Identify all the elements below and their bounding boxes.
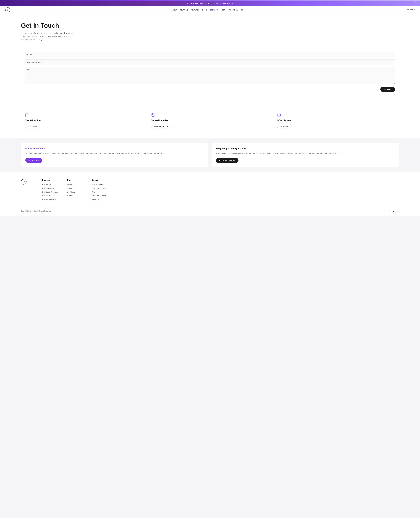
email-input[interactable] [25, 59, 395, 65]
card-inquiries-title: General Inquiries [151, 119, 269, 122]
nav-links: ABOUT FEATURE FEATURES BLOG CONTACT SHOP… [172, 9, 244, 11]
page-title: Get In Touch [21, 22, 399, 29]
docs-card: Divi Documentation Vitae consequat augue… [21, 143, 208, 167]
contact-cards: Chat With a Pro LIVE CHAT General Inquir… [0, 104, 420, 138]
nav-about[interactable]: ABOUT [172, 9, 177, 11]
view-docs-button[interactable]: VIEW DOCS [25, 158, 42, 163]
nav-features[interactable]: FEATURES [191, 9, 199, 11]
name-input[interactable] [25, 52, 395, 57]
footer-products-list: Divi Builder Divi Commerce Divi Cart & C… [42, 183, 59, 201]
faq-card-title: Frequently Asked Questions [216, 147, 395, 150]
name-field-wrapper [25, 52, 395, 57]
footer-divi-builder[interactable]: Divi Builder [42, 184, 51, 186]
contact-form-wrapper: SUBMIT [0, 48, 420, 104]
email-icon-wrapper [277, 113, 395, 117]
footer-support-heading: Support [92, 179, 109, 181]
footer-bottom: Copyright © 2023 Divi. All Rights Reserv… [21, 207, 399, 212]
form-submit-area: SUBMIT [25, 87, 395, 92]
footer-live-chat[interactable]: Live Chat Support [92, 195, 106, 197]
footer-faq[interactable]: FAQ [92, 191, 96, 193]
card-chat-title: Chat With a Pro [25, 119, 143, 122]
question-icon [151, 113, 155, 117]
footer-email-us[interactable]: Email Us [92, 198, 99, 200]
faq-card: Frequently Asked Questions In non pulvin… [212, 143, 399, 167]
x-twitter-icon[interactable] [392, 210, 395, 212]
message-field-wrapper [25, 67, 395, 84]
talk-to-sales-button[interactable]: TALK TO SALES [151, 124, 171, 129]
contact-card-email: info@divi.com EMAIL US [273, 109, 399, 132]
footer-logo[interactable]: D [21, 179, 27, 184]
question-icon-wrapper [151, 113, 269, 117]
nav-feature[interactable]: FEATURE [180, 9, 188, 11]
docs-card-title: Divi Documentation [25, 147, 204, 150]
chat-icon-wrapper [25, 113, 143, 117]
footer-divi-heading: Divi [67, 179, 84, 181]
nav-contact[interactable]: CONTACT [210, 9, 218, 11]
submit-button[interactable]: SUBMIT [380, 87, 395, 92]
email-icon [277, 113, 281, 117]
contact-form: SUBMIT [21, 48, 399, 96]
footer-quick-setup[interactable]: Quick Setup Guide [92, 187, 106, 189]
nav-shop[interactable]: SHOP [221, 9, 226, 11]
hero-section: Get In Touch Lorem ipsum dolor sit amet,… [0, 14, 420, 48]
main-nav: D ABOUT FEATURE FEATURES BLOG CONTACT SH… [0, 6, 420, 14]
banner-link[interactable]: SHOP THE BLACK FRIDAY SALE AND SAVE BIG! [188, 2, 233, 5]
footer: D Products Divi Builder Divi Commerce Di… [0, 172, 420, 216]
instagram-icon[interactable] [397, 210, 399, 212]
chat-icon [25, 113, 29, 117]
footer-our-team[interactable]: Our Team [67, 191, 75, 193]
nav-blog[interactable]: BLOG [202, 9, 207, 11]
footer-copyright: Copyright © 2023 Divi. All Rights Reserv… [21, 210, 52, 212]
browse-forums-button[interactable]: BROWSE FORUMS [216, 158, 239, 163]
footer-divi-commerce[interactable]: Divi Commerce [42, 187, 54, 189]
footer-col-products: Products Divi Builder Divi Commerce Divi… [42, 179, 59, 202]
svg-point-0 [406, 10, 406, 11]
info-cards: Divi Documentation Vitae consequat augue… [0, 138, 420, 172]
footer-about[interactable]: About [67, 184, 72, 186]
faq-card-description: In non pulvinar purus. Curabitur nisi od… [216, 152, 395, 155]
footer-contact[interactable]: Contact [67, 195, 73, 197]
footer-divi-cart[interactable]: Divi Cart & Checkout [42, 191, 58, 193]
contact-card-chat: Chat With a Pro LIVE CHAT [21, 109, 147, 132]
nav-theme-builder[interactable]: THEME BUILDER [229, 9, 244, 11]
footer-social [388, 210, 399, 212]
footer-products-heading: Products [42, 179, 59, 181]
svg-point-2 [151, 114, 154, 117]
contact-card-inquiries: General Inquiries TALK TO SALES [147, 109, 273, 132]
hero-description: Lorem ipsum dolor sit amet, consectetur … [21, 32, 76, 41]
svg-rect-4 [397, 210, 399, 212]
footer-columns: Products Divi Builder Divi Commerce Divi… [42, 179, 399, 202]
email-us-button[interactable]: EMAIL US [277, 124, 292, 129]
cart-label: 0 ITEMS [408, 9, 415, 11]
email-field-wrapper [25, 59, 395, 65]
footer-support-list: Documentation Quick Setup Guide FAQ Live… [92, 183, 109, 201]
footer-col-support: Support Documentation Quick Setup Guide … [92, 179, 109, 202]
live-chat-button[interactable]: LIVE CHAT [25, 124, 40, 129]
cart-icon [405, 9, 407, 11]
footer-col-divi: Divi About Careers Our Team Contact [67, 179, 84, 202]
footer-top: D Products Divi Builder Divi Commerce Di… [21, 179, 399, 202]
facebook-icon[interactable] [388, 210, 390, 212]
footer-divi-list: About Careers Our Team Contact [67, 183, 84, 197]
footer-divi-memberships[interactable]: Divi Memberships [42, 198, 56, 200]
footer-documentation[interactable]: Documentation [92, 184, 104, 186]
footer-divi-social[interactable]: Divi Social [42, 195, 50, 197]
banner-products: products [413, 1, 419, 4]
nav-cart[interactable]: 0 ITEMS [405, 9, 415, 11]
nav-logo[interactable]: D [5, 7, 10, 12]
card-email-title: info@divi.com [277, 119, 395, 122]
docs-card-description: Vitae consequat augue. Vivamus eget dolo… [25, 152, 204, 155]
top-banner: SHOP THE BLACK FRIDAY SALE AND SAVE BIG!… [0, 1, 420, 6]
message-input[interactable] [25, 67, 395, 84]
footer-careers[interactable]: Careers [67, 187, 73, 189]
